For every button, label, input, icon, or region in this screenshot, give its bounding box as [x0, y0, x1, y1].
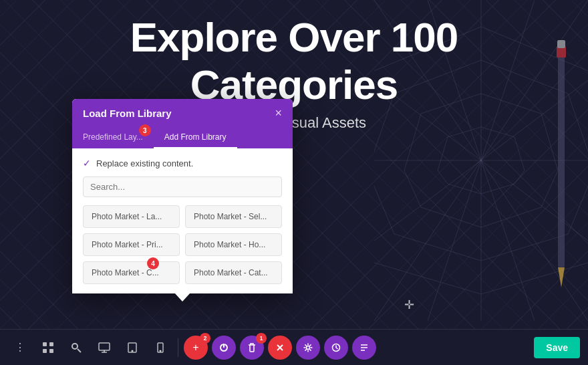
- svg-point-34: [132, 350, 133, 352]
- search-input[interactable]: [83, 176, 282, 197]
- toolbar: ⋮ + 2: [0, 329, 588, 365]
- dots-icon[interactable]: ⋮: [8, 336, 32, 360]
- svg-rect-25: [49, 342, 53, 346]
- svg-line-13: [374, 160, 481, 241]
- add-button[interactable]: + 2: [184, 336, 208, 360]
- svg-line-11: [428, 160, 481, 321]
- close-button[interactable]: [268, 336, 292, 360]
- trash-button[interactable]: 1: [240, 336, 264, 360]
- list-item[interactable]: Photo Market - Pri...: [83, 233, 180, 256]
- search-icon[interactable]: [64, 336, 88, 360]
- tab-add-from-library[interactable]: Add From Library: [154, 127, 237, 148]
- toolbar-divider-1: [178, 338, 178, 357]
- svg-point-36: [160, 350, 161, 352]
- grid-icon[interactable]: [36, 336, 60, 360]
- svg-line-9: [481, 160, 535, 321]
- svg-rect-24: [43, 342, 47, 346]
- add-badge: 2: [200, 333, 210, 344]
- items-grid: Photo Market - La... Photo Market - Sel.…: [83, 205, 282, 284]
- modal-header: Load From Library ×: [72, 99, 293, 127]
- list-item[interactable]: Photo Market - C... 4: [83, 261, 180, 284]
- modal-close-button[interactable]: ×: [275, 107, 282, 119]
- tab-predefined-layouts[interactable]: Predefined Lay... 3: [72, 127, 154, 148]
- list-item[interactable]: Photo Market - Sel...: [185, 205, 282, 228]
- svg-line-12: [374, 160, 481, 321]
- modal-body: ✓ Replace existing content. Photo Market…: [72, 148, 293, 293]
- modal-title: Load From Library: [83, 108, 172, 119]
- power-button[interactable]: [212, 336, 236, 360]
- trash-badge: 1: [256, 333, 267, 344]
- tab-predefined-badge: 3: [139, 124, 151, 136]
- save-button[interactable]: Save: [534, 337, 580, 358]
- monitor-icon[interactable]: [92, 336, 116, 360]
- tablet-icon[interactable]: [120, 336, 144, 360]
- svg-rect-26: [43, 349, 47, 353]
- svg-rect-27: [49, 349, 53, 353]
- replace-content-checkbox-row[interactable]: ✓ Replace existing content.: [83, 158, 282, 168]
- svg-marker-21: [558, 267, 565, 287]
- svg-line-29: [78, 349, 81, 352]
- crosshair-icon: ✛: [404, 297, 414, 312]
- svg-point-40: [307, 346, 310, 349]
- load-from-library-modal: Load From Library × Predefined Lay... 3 …: [72, 99, 293, 293]
- modal-tabs: Predefined Lay... 3 Add From Library: [72, 127, 293, 148]
- hero-title-line1: Explore Over 100: [0, 13, 588, 61]
- svg-point-28: [72, 344, 78, 349]
- bars-button[interactable]: [352, 336, 376, 360]
- list-item[interactable]: Photo Market - Cat...: [185, 261, 282, 284]
- list-item[interactable]: Photo Market - Ho...: [185, 233, 282, 256]
- mobile-icon[interactable]: [148, 336, 172, 360]
- replace-content-label: Replace existing content.: [96, 158, 193, 168]
- settings-button[interactable]: [296, 336, 320, 360]
- list-item[interactable]: Photo Market - La...: [83, 205, 180, 228]
- checkbox-check-icon: ✓: [83, 158, 91, 168]
- item-badge: 4: [147, 257, 159, 269]
- svg-rect-30: [99, 343, 110, 350]
- clock-button[interactable]: [324, 336, 348, 360]
